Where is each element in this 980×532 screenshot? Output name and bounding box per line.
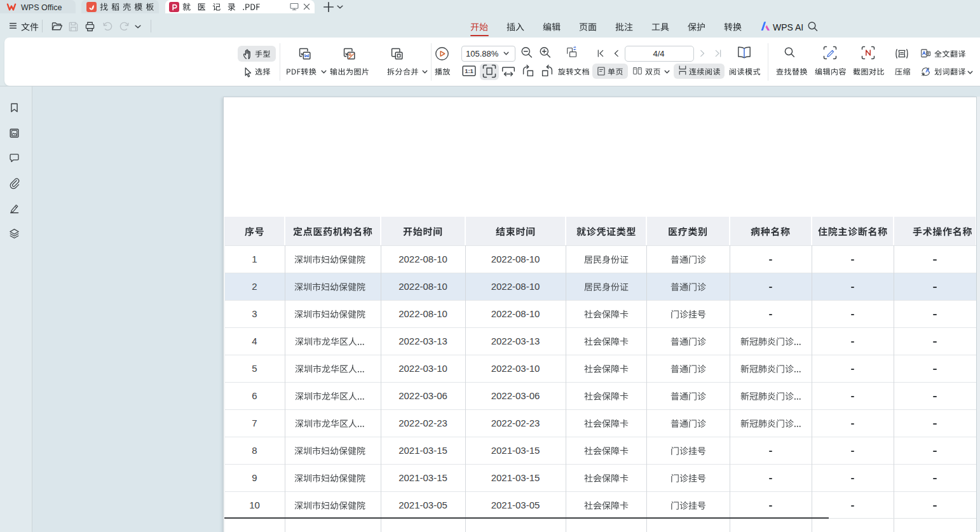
svg-text:1:1: 1:1	[465, 67, 473, 74]
